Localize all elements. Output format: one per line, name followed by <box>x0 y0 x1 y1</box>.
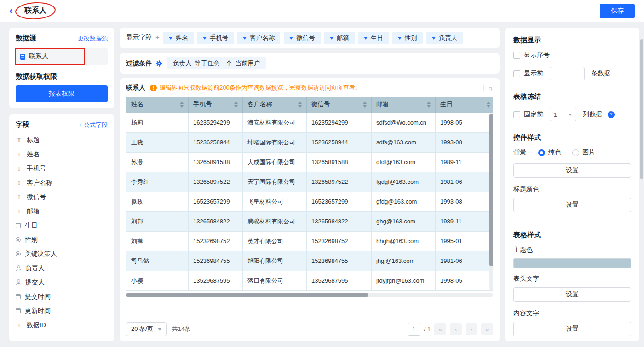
table-cell: 天宇国际有限公司 <box>243 172 307 192</box>
column-header[interactable]: 姓名 <box>126 97 189 113</box>
display-field-chip[interactable]: 姓名 <box>163 32 194 44</box>
column-header[interactable]: 生日 <box>436 97 494 113</box>
field-label: 关键决策人 <box>25 250 57 258</box>
field-item[interactable]: 更新时间 <box>16 304 108 318</box>
data-display-title: 数据显示 <box>513 36 631 45</box>
header-text-set-button[interactable]: 设置 <box>513 287 631 302</box>
table-cell: 英才有限公司 <box>243 231 307 251</box>
show-first-row: 显示前 条数据 <box>513 67 631 80</box>
show-first-input[interactable] <box>550 67 585 80</box>
date-icon <box>16 223 21 228</box>
background-set-button[interactable]: 设置 <box>513 163 631 178</box>
table-row[interactable]: 嬴政16523657299飞星材料公司16523657299gfdg@163.c… <box>126 192 494 211</box>
prev-page-button[interactable] <box>450 323 462 335</box>
title-color-set-button[interactable]: 设置 <box>513 198 631 212</box>
field-label: 姓名 <box>27 150 40 159</box>
chip-label: 负责人 <box>439 34 458 42</box>
table-row[interactable]: 杨莉16235294299海安材料有限公司16235294299sdfsd@Wo… <box>126 113 494 132</box>
table-cell: 15232698752 <box>189 231 243 251</box>
field-item[interactable]: 邮箱 <box>16 204 108 218</box>
field-label: 数据ID <box>27 321 46 330</box>
sort-icon[interactable] <box>360 102 367 108</box>
display-field-chip[interactable]: 客户名称 <box>237 32 280 44</box>
sort-icon[interactable] <box>295 102 302 108</box>
field-item[interactable]: 提交人 <box>16 275 108 290</box>
vertical-scrollbar[interactable] <box>489 113 493 290</box>
datasource-panel-title: 数据源 <box>16 34 36 43</box>
back-icon[interactable]: ‹ <box>9 6 12 16</box>
table-row[interactable]: 小樱13529687595落日有限公司13529687595jfdyjfgh@1… <box>126 271 494 290</box>
column-header[interactable]: 手机号 <box>189 97 243 113</box>
help-icon[interactable]: ? <box>608 111 615 118</box>
page-size-select[interactable]: 20 条/页 <box>126 322 167 336</box>
save-button[interactable]: 保存 <box>600 4 635 18</box>
first-page-button[interactable] <box>434 323 446 335</box>
field-item[interactable]: 手机号 <box>16 161 108 176</box>
display-fields-label: 显示字段 <box>126 32 152 42</box>
field-item[interactable]: 微信号 <box>16 190 108 204</box>
chevron-down-icon <box>330 37 334 40</box>
content-text-set-button[interactable]: 设置 <box>513 322 631 336</box>
last-page-button[interactable] <box>481 323 493 335</box>
window-scrollbar-thumb[interactable] <box>640 39 643 179</box>
freeze-checkbox[interactable] <box>513 111 520 118</box>
show-index-checkbox[interactable] <box>513 52 520 59</box>
display-field-chip[interactable]: 负责人 <box>426 32 463 44</box>
sort-icon[interactable] <box>424 102 431 108</box>
bg-solid-option[interactable]: 纯色 <box>538 148 561 157</box>
field-item[interactable]: 姓名 <box>16 147 108 161</box>
table-header-row: 姓名手机号客户名称微信号邮箱生日 <box>126 97 494 113</box>
chevron-down-icon <box>203 37 207 40</box>
vertical-scrollbar-thumb[interactable] <box>489 114 493 266</box>
sort-icon[interactable] <box>484 102 490 108</box>
field-item[interactable]: 性别 <box>16 233 108 247</box>
display-field-chip[interactable]: 邮箱 <box>324 32 355 44</box>
text-icon <box>16 208 23 215</box>
show-first-checkbox[interactable] <box>513 70 520 77</box>
table-row[interactable]: 司马懿15236984755旭阳有限公司15236984755jhgj@163.… <box>126 251 494 271</box>
filter-condition-chip[interactable]: 负责人 等于任意一个 当前用户 <box>167 57 266 69</box>
field-item[interactable]: 关键决策人 <box>16 247 108 261</box>
field-item[interactable]: 生日 <box>16 218 108 233</box>
field-item[interactable]: 标题 <box>16 133 108 147</box>
field-item[interactable]: 提交时间 <box>16 290 108 304</box>
table-cell: 1989-11 <box>436 211 494 231</box>
column-header[interactable]: 微信号 <box>307 97 372 113</box>
report-permission-button[interactable]: 报表权限 <box>16 85 108 102</box>
horizontal-scrollbar-thumb[interactable] <box>126 293 368 297</box>
bg-image-option[interactable]: 图片 <box>572 148 595 157</box>
column-header[interactable]: 客户名称 <box>243 97 307 113</box>
display-field-chip[interactable]: 手机号 <box>197 32 234 44</box>
radio-icon <box>16 251 21 256</box>
table-row[interactable]: 刘邦13265984822腾骏材料有限公司13265984822ghg@163.… <box>126 211 494 231</box>
table-row[interactable]: 王晓15236258944坤曜国际有限公司15236258944sdfs@163… <box>126 132 494 152</box>
table-row[interactable]: 刘禅15232698752英才有限公司15232698752hhgh@163.c… <box>126 231 494 251</box>
current-page-input[interactable]: 1 <box>408 323 420 336</box>
display-field-chip[interactable]: 微信号 <box>284 32 321 44</box>
display-field-chip[interactable]: 生日 <box>358 32 389 44</box>
field-list: 标题姓名手机号客户名称微信号邮箱生日性别关键决策人负责人提交人提交时间更新时间数… <box>16 133 108 332</box>
datasource-item[interactable]: 联系人 <box>16 48 108 65</box>
column-header[interactable]: 邮箱 <box>372 97 436 113</box>
add-display-field-button[interactable]: + <box>155 32 160 41</box>
field-label: 生日 <box>25 222 38 230</box>
sort-icon[interactable] <box>177 102 184 108</box>
sort-icon[interactable] <box>231 102 238 108</box>
display-field-chip[interactable]: 性别 <box>392 32 423 44</box>
theme-color-swatch[interactable] <box>513 258 631 268</box>
field-item[interactable]: 负责人 <box>16 261 108 275</box>
table-row[interactable]: 苏漫13265891588大成国际有限公司13265891588dfdf@163… <box>126 152 494 172</box>
title-color-label: 标题颜色 <box>513 185 631 193</box>
gear-icon[interactable] <box>155 60 163 67</box>
field-item[interactable]: 客户名称 <box>16 176 108 190</box>
horizontal-scrollbar[interactable] <box>126 293 493 297</box>
change-datasource-link[interactable]: 更改数据源 <box>78 34 108 43</box>
table-cell: 1993-08 <box>436 132 494 152</box>
next-page-button[interactable] <box>466 323 477 335</box>
field-item[interactable]: 数据ID <box>16 318 108 332</box>
table-row[interactable]: 李秀红13265897522天宇国际有限公司13265897522fgdgf@1… <box>126 172 494 192</box>
freeze-count-select[interactable]: 1 <box>550 108 576 121</box>
sort-order-icon[interactable]: ↑↓ <box>483 85 493 91</box>
add-formula-field-link[interactable]: + 公式字段 <box>79 121 108 129</box>
show-first-suffix: 条数据 <box>591 69 610 78</box>
